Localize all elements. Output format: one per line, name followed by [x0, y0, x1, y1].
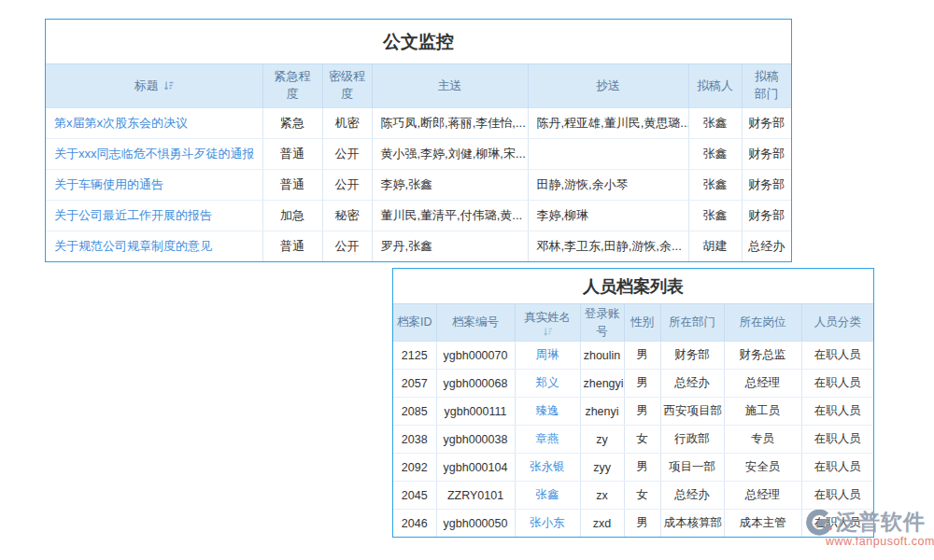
sort-icon[interactable] — [543, 327, 553, 336]
header-row: 标题 紧急程度 密级程度 主送 抄送 拟稿人 拟稿部门 — [46, 64, 791, 108]
main-recipients-cell: 陈巧凤,断郎,蒋丽,李佳怡,... — [372, 108, 528, 139]
column-header-secrecy: 密级程度 — [322, 64, 372, 108]
category-cell: 在职人员 — [801, 370, 873, 398]
post-cell: 总经理 — [724, 482, 801, 510]
personnel-archive-panel: 人员档案列表 档案ID 档案编号 真实姓名 登录账号 性别 所在部门 所在岗位 — [392, 268, 874, 538]
gender-cell: 男 — [624, 454, 660, 482]
urgency-cell: 普通 — [262, 139, 322, 170]
category-cell: 在职人员 — [801, 482, 873, 510]
table-row: 2125 ygbh000070 周琳 zhoulin 男 财务部 财务总监 在职… — [393, 342, 873, 370]
archive-code-cell: ygbh000050 — [436, 510, 515, 538]
personnel-archive-title: 人员档案列表 — [393, 269, 873, 303]
department-cell: 总经办 — [660, 370, 724, 398]
document-monitor-panel: 公文监控 标题 紧急程度 密级程度 主送 抄送 拟稿人 拟稿部门 — [45, 19, 792, 262]
archive-code-cell: ygbh000038 — [436, 426, 515, 454]
person-name-link[interactable]: 章燕 — [536, 432, 559, 445]
cc-recipients-cell — [528, 139, 688, 170]
department-cell: 项目一部 — [660, 454, 724, 482]
gender-cell: 女 — [624, 482, 660, 510]
table-row: 2085 ygbh000111 臻逸 zhenyi 男 西安项目部 施工员 在职… — [393, 398, 873, 426]
main-recipients-cell: 罗丹,张鑫 — [372, 231, 528, 262]
post-cell: 成本主管 — [724, 510, 801, 538]
person-name-link[interactable]: 张小东 — [530, 516, 565, 529]
person-name-link[interactable]: 臻逸 — [536, 404, 559, 417]
archive-code-cell: ygbh000068 — [436, 370, 515, 398]
column-header-title[interactable]: 标题 — [46, 64, 262, 108]
main-recipients-cell: 董川民,董清平,付伟璐,黄... — [372, 201, 528, 231]
document-table-body: 第x届第x次股东会的决议 紧急 机密 陈巧凤,断郎,蒋丽,李佳怡,... 陈丹,… — [46, 108, 791, 262]
person-name-link[interactable]: 郑义 — [536, 376, 559, 389]
document-title-link[interactable]: 关于车辆使用的通告 — [54, 177, 163, 191]
cc-recipients-cell: 田静,游恢,余小琴 — [528, 170, 688, 201]
drafter-cell: 张鑫 — [688, 139, 742, 170]
document-title-link[interactable]: 关于xxx同志临危不惧勇斗歹徒的通报 — [54, 147, 255, 161]
archive-code-cell: ygbh000070 — [436, 342, 515, 370]
category-cell: 在职人员 — [801, 342, 873, 370]
post-cell: 专员 — [724, 426, 801, 454]
department-cell: 行政部 — [660, 426, 724, 454]
urgency-cell: 普通 — [262, 170, 322, 201]
page: 公文监控 标题 紧急程度 密级程度 主送 抄送 拟稿人 拟稿部门 — [0, 0, 934, 560]
person-name-link[interactable]: 张鑫 — [536, 488, 559, 501]
gender-cell: 男 — [624, 370, 660, 398]
archive-id-cell: 2038 — [393, 426, 436, 454]
watermark-top: 泛普软件 — [803, 508, 934, 537]
account-cell: zy — [580, 426, 624, 454]
post-cell: 安全员 — [724, 454, 801, 482]
account-cell: zyy — [580, 454, 624, 482]
gender-cell: 女 — [624, 426, 660, 454]
account-cell: zhengyi — [580, 370, 624, 398]
table-row: 2045 ZZRY0101 张鑫 zx 女 总经办 总经理 在职人员 — [393, 482, 873, 510]
archive-id-cell: 2046 — [393, 510, 436, 538]
draft-dept-cell: 财务部 — [742, 170, 791, 201]
document-title-link[interactable]: 第x届第x次股东会的决议 — [54, 116, 188, 130]
table-row: 第x届第x次股东会的决议 紧急 机密 陈巧凤,断郎,蒋丽,李佳怡,... 陈丹,… — [46, 108, 791, 139]
table-row: 关于xxx同志临危不惧勇斗歹徒的通报 普通 公开 黄小强,李婷,刘健,柳琳,宋.… — [46, 139, 791, 170]
archive-code-cell: ZZRY0101 — [436, 482, 515, 510]
drafter-cell: 胡建 — [688, 231, 742, 262]
person-name-link[interactable]: 张永银 — [530, 460, 565, 473]
department-cell: 成本核算部 — [660, 510, 724, 538]
column-header-archive-id: 档案ID — [393, 304, 436, 342]
archive-id-cell: 2092 — [393, 454, 436, 482]
urgency-cell: 加急 — [262, 201, 322, 231]
gender-cell: 男 — [624, 510, 660, 538]
urgency-cell: 普通 — [262, 231, 322, 262]
person-name-link[interactable]: 周琳 — [536, 348, 559, 361]
sort-icon[interactable] — [163, 80, 174, 91]
document-title-link[interactable]: 关于公司最近工作开展的报告 — [54, 208, 212, 222]
personnel-table-body: 2125 ygbh000070 周琳 zhoulin 男 财务部 财务总监 在职… — [393, 342, 873, 538]
department-cell: 总经办 — [660, 482, 724, 510]
document-title-link[interactable]: 关于规范公司规章制度的意见 — [54, 239, 212, 253]
secrecy-cell: 机密 — [322, 108, 372, 139]
drafter-cell: 张鑫 — [688, 108, 742, 139]
draft-dept-cell: 总经办 — [742, 231, 791, 262]
column-header-real-name[interactable]: 真实姓名 — [515, 304, 580, 342]
column-header-category: 人员分类 — [801, 304, 873, 342]
table-row: 2046 ygbh000050 张小东 zxd 男 成本核算部 成本主管 在职人… — [393, 510, 873, 538]
department-cell: 财务部 — [660, 342, 724, 370]
fanpu-logo-icon — [803, 510, 833, 536]
document-monitor-table: 标题 紧急程度 密级程度 主送 抄送 拟稿人 拟稿部门 第x届第x次股东会的决议… — [46, 63, 791, 261]
column-header-department: 所在部门 — [660, 304, 724, 342]
header-row: 档案ID 档案编号 真实姓名 登录账号 性别 所在部门 所在岗位 人员分类 — [393, 304, 873, 342]
department-cell: 西安项目部 — [660, 398, 724, 426]
main-recipients-cell: 李婷,张鑫 — [372, 170, 528, 201]
personnel-archive-table: 档案ID 档案编号 真实姓名 登录账号 性别 所在部门 所在岗位 人员分类 21… — [393, 303, 873, 537]
column-header-real-name-label: 真实姓名 — [519, 309, 576, 326]
cc-recipients-cell: 李婷,柳琳 — [528, 201, 688, 231]
drafter-cell: 张鑫 — [688, 170, 742, 201]
table-row: 关于车辆使用的通告 普通 公开 李婷,张鑫 田静,游恢,余小琴 张鑫 财务部 — [46, 170, 791, 201]
secrecy-cell: 公开 — [322, 139, 372, 170]
secrecy-cell: 公开 — [322, 170, 372, 201]
column-header-title-label: 标题 — [134, 78, 159, 92]
document-monitor-title: 公文监控 — [46, 20, 791, 63]
post-cell: 总经理 — [724, 370, 801, 398]
column-header-cc: 抄送 — [528, 64, 688, 108]
draft-dept-cell: 财务部 — [742, 108, 791, 139]
main-recipients-cell: 黄小强,李婷,刘健,柳琳,宋... — [372, 139, 528, 170]
draft-dept-cell: 财务部 — [742, 201, 791, 231]
account-cell: zxd — [580, 510, 624, 538]
table-row: 关于规范公司规章制度的意见 普通 公开 罗丹,张鑫 邓林,李卫东,田静,游恢,余… — [46, 231, 791, 262]
archive-code-cell: ygbh000104 — [436, 454, 515, 482]
